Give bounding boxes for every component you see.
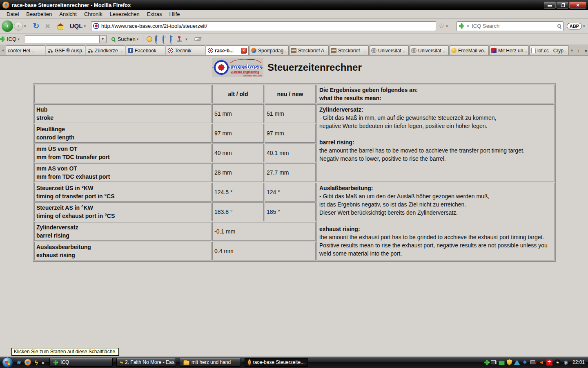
suchen-dropdown-icon[interactable]: ▾ xyxy=(136,37,140,41)
university-seal-icon xyxy=(371,48,376,53)
graphics-tray-icon[interactable] xyxy=(514,360,520,365)
icq-tray-icon[interactable] xyxy=(482,359,488,366)
refresh-button[interactable]: ↻ xyxy=(33,21,40,31)
lightning-tray-icon[interactable]: ϟ xyxy=(555,359,561,366)
tab-technik[interactable]: Technik xyxy=(166,45,205,55)
tab-list-dropdown-icon[interactable]: ▾ xyxy=(582,47,588,55)
tab-lof-cc[interactable]: lof.cc - Cryp... xyxy=(529,45,569,55)
pinwheel-tray-icon[interactable]: ❖ xyxy=(522,359,528,366)
abp-dropdown-icon[interactable]: ▾ xyxy=(582,24,586,28)
tab-steckbrief-a[interactable]: Steckbrief A... xyxy=(289,45,329,55)
network-pc-tray-icon[interactable] xyxy=(499,361,505,365)
menu-chronik[interactable]: Chronik xyxy=(81,10,106,18)
taskbar-button-winamp[interactable]: ϟ2. Faith No More - Eas... xyxy=(116,358,176,367)
eraser-icon[interactable] xyxy=(194,37,201,41)
tab-facebook[interactable]: Facebook xyxy=(126,45,165,55)
taskbar-clock[interactable]: 22:01 xyxy=(572,359,585,365)
zoom-fit-icon[interactable]: ↔ xyxy=(163,36,164,42)
combo-dropdown-icon[interactable]: ▼ xyxy=(99,36,106,43)
menu-lesezeichen[interactable]: Lesezeichen xyxy=(107,10,143,18)
display-tray-icon[interactable] xyxy=(490,359,497,366)
search-box[interactable]: ▾ xyxy=(457,21,564,31)
home-button[interactable] xyxy=(58,26,63,29)
zoom-in-icon[interactable]: + xyxy=(155,36,157,42)
search-magnifier-icon[interactable] xyxy=(557,24,561,28)
uql-dropdown-icon[interactable]: ▾ xyxy=(82,24,87,28)
back-button[interactable]: ‹ xyxy=(2,20,13,32)
zoom-out-icon[interactable]: − xyxy=(170,36,172,42)
start-button[interactable] xyxy=(2,357,13,368)
uql-extension-button[interactable]: UQL xyxy=(70,22,83,29)
quick-launch: e ϟ » xyxy=(17,359,45,366)
stop-button[interactable]: × xyxy=(45,22,50,30)
tab-race-base-active[interactable]: race-b...× xyxy=(206,45,249,55)
icq-search-input[interactable] xyxy=(25,36,99,43)
hhn-favicon xyxy=(331,48,336,53)
taskbar-button-icq[interactable]: ICQ xyxy=(49,358,113,367)
new-tab-button[interactable]: + xyxy=(575,47,582,55)
tab-universitaet-1[interactable]: Universität ... xyxy=(369,45,409,55)
tab-steckbrief-b[interactable]: Steckbrief –... xyxy=(329,45,369,55)
joystick-icon[interactable] xyxy=(177,36,182,42)
site-favicon xyxy=(93,23,99,29)
restore-button[interactable] xyxy=(557,2,568,9)
firefox-quicklaunch-icon[interactable] xyxy=(24,359,31,366)
suchen-magnifier-icon[interactable] xyxy=(111,37,115,41)
security-shield-icon[interactable] xyxy=(507,359,512,365)
bookmark-star-icon[interactable]: ☆ xyxy=(439,22,445,30)
university-seal-icon xyxy=(411,48,416,53)
search-engine-dropdown-icon[interactable]: ▾ xyxy=(466,24,470,28)
audio-device-tray-icon[interactable]: ◉ xyxy=(563,359,569,366)
scooter-icon xyxy=(48,48,53,53)
volume-tray-icon[interactable]: ◄ xyxy=(538,359,544,366)
menu-bearbeiten[interactable]: Bearbeiten xyxy=(23,10,55,18)
tab-zuendkerze[interactable]: Zündkerze ... xyxy=(86,45,125,55)
icq-engine-icon[interactable] xyxy=(461,25,463,27)
tab-mit-herz[interactable]: Mit Herz un... xyxy=(489,45,529,55)
menu-ansicht[interactable]: Ansicht xyxy=(56,10,80,18)
icq-search-combobox[interactable]: ▼ xyxy=(25,35,107,43)
info-cell-barrel: Zylinderversatz: - Gibt das Maß in mm, u… xyxy=(316,104,555,182)
menu-extras[interactable]: Extras xyxy=(144,10,165,18)
tab-scooter[interactable]: cooter Hel... xyxy=(6,45,45,55)
firefox-icon xyxy=(2,2,9,9)
adblock-plus-button[interactable]: ABP xyxy=(567,23,582,29)
toolbar-separator xyxy=(143,35,143,43)
taskbar-button-folder[interactable]: mit herz und hand xyxy=(180,358,241,367)
value-new: 40.1 mm xyxy=(265,144,316,162)
forward-button[interactable]: › xyxy=(14,22,23,31)
winamp-icon[interactable]: ϟ xyxy=(35,359,38,366)
icq-menu-button[interactable]: ICQ xyxy=(7,36,16,42)
suchen-button[interactable]: Suchen xyxy=(118,36,136,42)
mit-herz-icon xyxy=(491,48,497,53)
close-button[interactable]: × xyxy=(569,2,586,9)
search-input[interactable] xyxy=(472,23,555,29)
bookmark-dropdown-icon[interactable]: ▾ xyxy=(445,24,449,28)
facebook-icon xyxy=(128,48,133,53)
minimize-button[interactable] xyxy=(544,2,556,9)
smiley-icon[interactable] xyxy=(147,36,152,42)
tab-universitaet-2[interactable]: Universität ... xyxy=(409,45,449,55)
info-cell-exhaust: Auslaßbearbeitung: - Gibt das Maß an um … xyxy=(316,183,555,260)
tab-gsf[interactable]: GSF ® Ausp... xyxy=(46,45,85,55)
location-bar[interactable] xyxy=(91,21,436,31)
url-input[interactable] xyxy=(101,23,434,29)
tab-scroll-right-icon[interactable]: ▸ xyxy=(569,45,575,55)
close-tab-icon[interactable]: × xyxy=(241,48,247,54)
offline-network-icon[interactable] xyxy=(530,359,536,366)
tab-scroll-left-icon[interactable]: ◂ xyxy=(0,45,6,55)
joystick-dropdown-icon[interactable]: ▾ xyxy=(184,37,189,41)
internet-explorer-icon[interactable]: e xyxy=(17,359,21,366)
tab-sportpaedagogik[interactable]: Sportpädag... xyxy=(249,45,289,55)
menu-datei[interactable]: Datei xyxy=(3,10,22,18)
logo-name: race-base xyxy=(230,63,262,70)
menu-hilfe[interactable]: Hilfe xyxy=(166,10,183,18)
icq-dropdown-icon[interactable]: ▾ xyxy=(16,37,21,41)
avira-umbrella-icon[interactable]: ☂ xyxy=(546,359,552,366)
value-old: 124.5 ° xyxy=(212,183,264,202)
logo-tagline: 2-stroke engineering xyxy=(231,70,259,74)
tab-freemail[interactable]: FreeMail vo... xyxy=(449,45,489,55)
quicklaunch-overflow-icon[interactable]: » xyxy=(42,359,45,366)
history-dropdown-icon[interactable]: ▾ xyxy=(23,24,27,28)
taskbar-button-firefox[interactable]: race-base Steuerzeite... xyxy=(245,358,308,367)
